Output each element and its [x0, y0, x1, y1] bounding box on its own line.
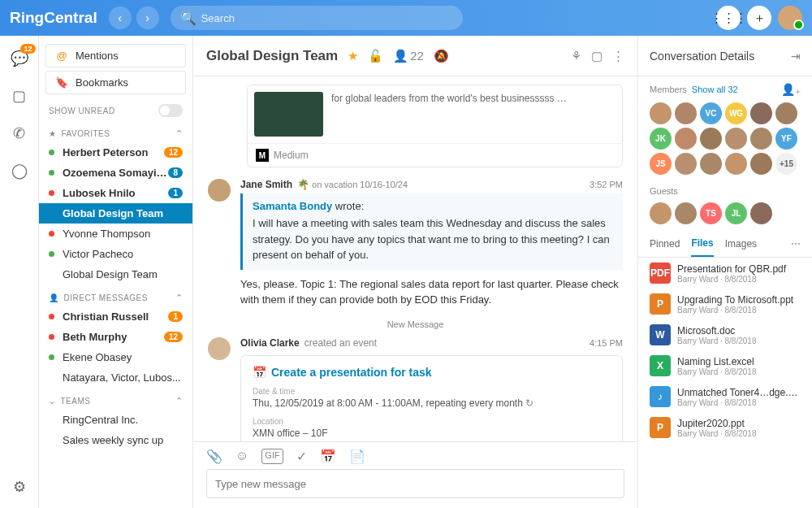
event-icon[interactable]: 📅 — [320, 449, 336, 464]
nav-phone-icon[interactable]: ✆ — [10, 124, 29, 143]
show-unread-toggle[interactable] — [158, 104, 183, 117]
member-avatar[interactable]: JK — [650, 128, 672, 150]
nav-settings-icon[interactable]: ⚙ — [10, 477, 29, 497]
tab-pinned[interactable]: Pinned — [650, 232, 680, 256]
nav-back-button[interactable]: ‹ — [109, 7, 132, 29]
conversation-item[interactable]: Christian Russell1 — [39, 306, 192, 327]
member-avatar[interactable] — [725, 153, 747, 175]
search-input[interactable] — [201, 12, 453, 24]
message: Jane Smith🌴on vacation 10/16-10/243:52 P… — [208, 179, 623, 308]
chevron-up-icon[interactable]: ⌃ — [175, 293, 184, 303]
show-all-link[interactable]: Show all 32 — [692, 85, 738, 94]
lock-icon[interactable]: 🔓 — [368, 49, 383, 63]
members-count[interactable]: 👤22 — [393, 49, 424, 63]
nav-contacts-icon[interactable]: ◯ — [10, 161, 29, 180]
chat-panel: Global Design Team ★ 🔓 👤22 🔕 ⚘ ▢ ⋮ for g… — [193, 36, 638, 508]
member-avatar[interactable] — [775, 102, 797, 124]
nav-rail: 💬12 ▢ ✆ ◯ ⚙ — [0, 36, 39, 508]
conversation-item[interactable]: Sales weekly sync up — [39, 430, 192, 450]
member-avatar[interactable] — [650, 202, 672, 224]
mute-icon[interactable]: 🔕 — [434, 49, 449, 63]
message-input[interactable] — [215, 478, 615, 490]
conversation-item[interactable]: Yvonne Thompson — [39, 224, 192, 244]
files-list: PDFPresentation for QBR.pdfBarry Ward · … — [638, 258, 812, 508]
member-avatar[interactable] — [700, 128, 722, 150]
calendar-icon: 📅 — [253, 366, 266, 379]
attach-icon[interactable]: 📎 — [206, 449, 222, 464]
dialpad-button[interactable]: ⋮⋮⋮ — [716, 6, 741, 30]
section-direct[interactable]: 👤DIRECT MESSAGES⌃ — [39, 284, 192, 306]
nav-bookmarks[interactable]: 🔖Bookmarks — [45, 71, 186, 94]
conversation-item[interactable]: Beth Murphy12 — [39, 327, 192, 347]
member-avatar[interactable] — [750, 128, 772, 150]
chat-header: Global Design Team ★ 🔓 👤22 🔕 ⚘ ▢ ⋮ — [193, 36, 637, 76]
conversation-item[interactable]: Lubosek Hnilo1 — [39, 183, 192, 203]
member-avatar[interactable] — [700, 153, 722, 175]
file-item[interactable]: PJupiter2020.pptBarry Ward · 8/8/2018 — [638, 412, 812, 443]
link-preview-card[interactable]: for global leaders from the world's best… — [247, 85, 623, 167]
member-avatar[interactable] — [750, 153, 772, 175]
medium-icon: M — [256, 149, 269, 162]
member-avatar[interactable] — [675, 153, 697, 175]
conversation-item[interactable]: Natayara, Victor, Lubos... — [39, 367, 192, 388]
more-icon[interactable]: ⋮ — [612, 49, 624, 63]
member-avatar[interactable] — [725, 128, 747, 150]
member-avatar[interactable]: JS — [650, 153, 672, 175]
note-icon[interactable]: 📄 — [349, 449, 365, 464]
member-avatar[interactable]: VC — [700, 102, 722, 124]
member-avatar[interactable]: JL — [725, 202, 747, 224]
more-members[interactable]: +15 — [775, 153, 797, 175]
member-avatar[interactable] — [750, 102, 772, 124]
tab-images[interactable]: Images — [725, 232, 757, 256]
section-teams[interactable]: ⌄TEAMS⌃ — [39, 388, 192, 410]
add-member-icon[interactable]: 👤₊ — [781, 83, 801, 96]
profile-avatar[interactable] — [778, 6, 802, 30]
video-call-icon[interactable]: ▢ — [591, 49, 603, 63]
conversation-item[interactable]: Ozoemena Somayina8 — [39, 163, 192, 183]
member-avatar[interactable] — [750, 202, 772, 224]
conversation-item[interactable]: Global Design Team — [39, 264, 192, 284]
conversation-item[interactable]: Ekene Obasey — [39, 347, 192, 367]
gif-icon[interactable]: GIF — [261, 449, 283, 464]
conversation-item[interactable]: RingCentral Inc. — [39, 410, 192, 430]
conversation-item[interactable]: Victor Pacheco — [39, 244, 192, 264]
nav-video-icon[interactable]: ▢ — [10, 86, 29, 106]
tab-files[interactable]: Files — [691, 231, 713, 257]
conversation-item[interactable]: Global Design Team — [39, 203, 192, 224]
member-avatar[interactable] — [650, 102, 672, 124]
nav-mentions[interactable]: @Mentions — [45, 44, 186, 67]
member-avatar[interactable] — [675, 128, 697, 150]
message-avatar[interactable] — [208, 337, 231, 360]
event-card[interactable]: 📅Create a presentation for task Date & t… — [240, 355, 623, 442]
conversation-item[interactable]: Herbert Peterson12 — [39, 142, 192, 163]
file-item[interactable]: PDFPresentation for QBR.pdfBarry Ward · … — [638, 258, 812, 289]
message-text: Yes, please. Topic 1: The regional sales… — [240, 276, 623, 308]
details-panel: Conversation Details⇥ MembersShow all 32… — [638, 36, 812, 508]
tabs-more-icon[interactable]: ⋯ — [791, 238, 801, 250]
chat-title: Global Design Team — [206, 48, 338, 64]
favorite-star-icon[interactable]: ★ — [348, 49, 358, 63]
add-button[interactable]: ＋ — [747, 6, 771, 30]
member-avatar[interactable] — [675, 202, 697, 224]
chevron-up-icon[interactable]: ⌃ — [175, 396, 184, 406]
nav-forward-button[interactable]: › — [136, 7, 159, 29]
section-favorites[interactable]: ★FAVORITES⌃ — [39, 120, 192, 142]
nav-messages-icon[interactable]: 💬12 — [10, 49, 29, 68]
emoji-icon[interactable]: ☺ — [235, 449, 248, 464]
member-avatar[interactable]: TS — [700, 202, 722, 224]
search-box[interactable]: 🔍 — [171, 6, 463, 30]
sidebar: @Mentions 🔖Bookmarks SHOW UNREAD ★FAVORI… — [39, 36, 193, 508]
link-snippet: for global leaders from the world's best… — [331, 92, 567, 137]
file-item[interactable]: ♪Unmatched Toner4…dge.mp4Barry Ward · 8/… — [638, 381, 812, 412]
file-item[interactable]: WMicrosoft.docBarry Ward · 8/8/2018 — [638, 319, 812, 350]
integrations-icon[interactable]: ⚘ — [571, 49, 581, 63]
member-avatar[interactable]: YF — [775, 128, 797, 150]
file-item[interactable]: PUpgrading To Microsoft.pptBarry Ward · … — [638, 289, 812, 319]
message-avatar[interactable] — [208, 179, 231, 202]
close-panel-icon[interactable]: ⇥ — [791, 50, 801, 63]
chevron-up-icon[interactable]: ⌃ — [175, 128, 184, 139]
member-avatar[interactable]: WG — [725, 102, 747, 124]
task-icon[interactable]: ✓ — [296, 449, 307, 464]
file-item[interactable]: XNaming List.excelBarry Ward · 8/8/2018 — [638, 350, 812, 381]
member-avatar[interactable] — [675, 102, 697, 124]
